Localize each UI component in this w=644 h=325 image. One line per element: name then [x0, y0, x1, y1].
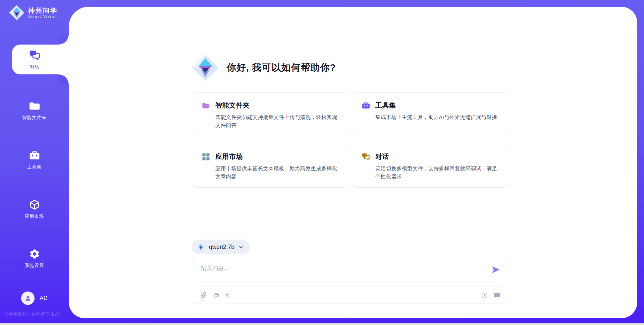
diamond-gem-logo-icon [196, 243, 205, 252]
toolbox-icon [29, 150, 40, 161]
sidebar-item-label: 系统设置 [25, 263, 44, 269]
hash-icon[interactable]: # [225, 292, 229, 299]
grid-icon [202, 152, 210, 161]
card-smart-folder[interactable]: 智能文件夹 智能文件夹功能支持批量文件上传与清洗，轻松实现文件问答 [192, 92, 347, 136]
toolbox-icon [362, 101, 370, 110]
feedback-bubble-icon [493, 292, 500, 299]
greeting: 你好, 我可以如何帮助你? [191, 54, 336, 82]
sidebar-item-label: 工具集 [27, 164, 42, 170]
model-selector[interactable]: qwen2:7b [192, 240, 250, 254]
send-button[interactable] [491, 265, 500, 274]
greeting-text: 你好, 我可以如何帮助你? [227, 61, 336, 74]
sidebar-item-label: 智能文件夹 [22, 115, 47, 121]
card-app-market[interactable]: 应用市场 应用市场提供丰富长文本模板，助力高效生成多样化文章内容 [192, 144, 347, 188]
active-tab-bottom-fillet [59, 74, 69, 84]
history-icon [481, 292, 488, 299]
diamond-gem-logo-icon [9, 5, 25, 21]
sidebar-item-app-market[interactable]: 应用市场 [0, 199, 69, 219]
active-tab-top-fillet [59, 35, 69, 45]
card-title: 应用市场 [215, 152, 243, 161]
avatar [21, 291, 35, 305]
sidebar-item-settings[interactable]: 系统设置 [0, 248, 69, 269]
card-title: 工具集 [375, 101, 396, 110]
attach-file-button[interactable] [200, 292, 207, 299]
send-icon [491, 265, 500, 274]
cube-icon [29, 199, 40, 210]
chevron-down-icon [238, 244, 244, 250]
mention-icon[interactable]: @ [213, 292, 219, 299]
brand-logo: 神州问学 Smart Vision [9, 5, 58, 21]
message-input[interactable] [200, 264, 487, 284]
desktop-edge [0, 323, 644, 325]
card-description: 集成市场上主流工具，助力AI与外界无缝扩展与对接 [375, 113, 498, 121]
open-folder-icon [202, 101, 210, 110]
copyright-footer: ©神州数码 · 神州问学出品 [5, 311, 60, 317]
card-description: 灵活切换多模型文件，支持多样回复效果调试，满足个性化需求 [375, 165, 498, 181]
user-account[interactable]: AD [0, 291, 69, 305]
brand-name-cn: 神州问学 [28, 7, 58, 14]
message-composer: @ # [192, 258, 508, 304]
sidebar-item-smart-folder[interactable]: 智能文件夹 [0, 100, 69, 121]
sidebar-item-toolset[interactable]: 工具集 [0, 150, 69, 170]
feedback-button[interactable] [493, 292, 500, 299]
app-window: 神州问学 Smart Vision 对话 智能文件夹 工具集 应用市场 系统设置… [0, 0, 644, 325]
sidebar-item-label: 应用市场 [25, 213, 44, 219]
sidebar-item-chat[interactable]: 对话 [12, 45, 69, 74]
model-name: qwen2:7b [209, 244, 234, 251]
folder-icon [29, 100, 40, 112]
gear-icon [29, 248, 40, 260]
card-title: 对话 [375, 152, 389, 161]
card-description: 应用市场提供丰富长文本模板，助力高效生成多样化文章内容 [215, 165, 337, 181]
person-icon [24, 294, 32, 302]
chat-bubbles-icon [362, 152, 370, 161]
user-name: AD [40, 295, 48, 302]
paperclip-icon [200, 292, 207, 299]
history-button[interactable] [481, 292, 488, 299]
composer-toolbar: @ # [200, 287, 500, 304]
chat-bubbles-icon [29, 49, 41, 61]
card-chat[interactable]: 对话 灵活切换多模型文件，支持多样回复效果调试，满足个性化需求 [352, 144, 508, 188]
card-title: 智能文件夹 [215, 101, 250, 110]
card-description: 智能文件夹功能支持批量文件上传与清洗，轻松实现文件问答 [215, 113, 337, 129]
card-toolset[interactable]: 工具集 集成市场上主流工具，助力AI与外界无缝扩展与对接 [352, 92, 508, 136]
diamond-gem-logo-icon [191, 54, 219, 82]
sidebar-item-label: 对话 [30, 64, 40, 70]
brand-name-en: Smart Vision [28, 14, 58, 18]
feature-cards: 智能文件夹 智能文件夹功能支持批量文件上传与清洗，轻松实现文件问答 工具集 集成… [192, 92, 508, 188]
